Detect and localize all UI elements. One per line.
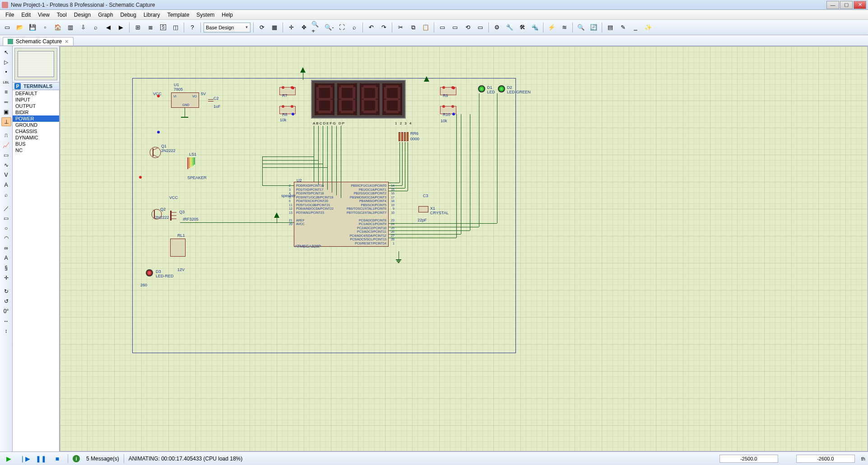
zoom-out-button[interactable]: 🔍- <box>324 22 334 33</box>
tab-close-icon[interactable]: ✕ <box>65 39 69 45</box>
highlight-button[interactable]: ✨ <box>643 22 654 33</box>
menu-debug[interactable]: Debug <box>117 11 140 19</box>
undo-button[interactable]: ↶ <box>366 22 376 33</box>
menu-view[interactable]: View <box>34 11 53 19</box>
refresh-button[interactable]: ⟳ <box>256 22 267 33</box>
terminal-default[interactable]: DEFAULT <box>13 90 59 97</box>
menu-tool[interactable]: Tool <box>53 11 70 19</box>
block-move-button[interactable]: ▭ <box>450 22 460 33</box>
open-file-button[interactable]: 📂 <box>14 22 25 33</box>
search-lib-button[interactable]: 🔧 <box>504 22 515 33</box>
q3-symbol[interactable] <box>167 209 180 222</box>
new-file-button[interactable]: ▭ <box>2 22 13 33</box>
tool-tape[interactable]: ▭ <box>1 151 11 160</box>
save-button[interactable]: 💾 <box>27 22 38 33</box>
tool-component-mode[interactable]: ▷ <box>1 58 11 67</box>
erc-button[interactable]: ⚡ <box>546 22 557 33</box>
zoom-fit-button[interactable]: ⛶ <box>336 22 347 33</box>
wire-repair-button[interactable]: ✎ <box>617 22 628 33</box>
zoom-sel-button[interactable]: ⌕ <box>349 22 360 33</box>
tool-line[interactable]: ／ <box>1 204 11 213</box>
netlist-button[interactable]: ≋ <box>559 22 570 33</box>
terminal-input[interactable]: INPUT <box>13 97 59 103</box>
paste-button[interactable]: 📋 <box>420 22 431 33</box>
sim-pause-button[interactable]: ❚❚ <box>35 454 47 464</box>
overview-thumbnail[interactable] <box>14 48 57 80</box>
sheet-sel-button[interactable]: ▥ <box>65 22 76 33</box>
grid-snap-button[interactable]: ⊞ <box>132 22 143 33</box>
terminal-chassis[interactable]: CHASSIS <box>13 128 59 134</box>
tool-angle[interactable]: 0° <box>1 307 11 316</box>
pick-button[interactable]: ⚙ <box>492 22 502 33</box>
terminal-bus[interactable]: BUS <box>13 141 59 147</box>
schematic-canvas[interactable]: U1 7805 VI GND VO 5V VCC C2 1uF Q1 2N222… <box>60 46 868 451</box>
terminal-bidir[interactable]: BIDIR <box>13 109 59 115</box>
origin-button[interactable]: ✛ <box>286 22 297 33</box>
q2-symbol[interactable] <box>150 208 163 221</box>
block-copy-button[interactable]: ▭ <box>437 22 448 33</box>
tool-mirror-x[interactable]: ↔ <box>1 317 11 326</box>
redo-button[interactable]: ↷ <box>378 22 389 33</box>
terminal-dynamic[interactable]: DYNAMIC <box>13 134 59 141</box>
tab-schematic-capture[interactable]: Schematic Capture ✕ <box>3 37 74 46</box>
d1-body[interactable] <box>478 85 485 92</box>
pan-button[interactable]: ✥ <box>298 22 309 33</box>
trace-button[interactable]: ⎯ <box>630 22 641 33</box>
tool-text[interactable]: A <box>1 253 11 262</box>
c2-body[interactable] <box>208 98 214 103</box>
menu-library[interactable]: Library <box>140 11 164 19</box>
tool-voltage-probe[interactable]: V <box>1 170 11 180</box>
bom-button[interactable]: ≣ <box>145 22 156 33</box>
tool-path[interactable]: ∞ <box>1 244 11 253</box>
menu-help[interactable]: Help <box>218 11 237 19</box>
pick-parts-icon[interactable]: P <box>14 83 21 89</box>
blank-button[interactable]: ▫ <box>40 22 51 33</box>
messages-text[interactable]: 5 Message(s) <box>86 456 119 462</box>
terminal-nc[interactable]: NC <box>13 147 59 153</box>
nav-back-button[interactable]: ◀ <box>103 22 114 33</box>
tool-marker[interactable]: ✛ <box>1 273 11 282</box>
tool-junction[interactable]: • <box>1 68 11 77</box>
u1-body[interactable]: VI GND VO <box>171 92 199 108</box>
terminal-ground[interactable]: GROUND <box>13 122 59 128</box>
tool-box[interactable]: ▭ <box>1 214 11 223</box>
copy-button[interactable]: ⧉ <box>408 22 418 33</box>
packaging-button[interactable]: 🔩 <box>529 22 540 33</box>
sim-step-button[interactable]: ❘▶ <box>19 454 31 464</box>
menu-template[interactable]: Template <box>164 11 193 19</box>
rl1-body[interactable] <box>170 239 186 257</box>
tool-bus[interactable]: ═ <box>1 97 11 106</box>
x1-body[interactable] <box>418 206 428 212</box>
u2-body[interactable]: PD0/RXD/PCINT162PD1/TXD/PCINT173PD2/INT0… <box>294 182 389 247</box>
gerber-button[interactable]: ◫ <box>170 22 181 33</box>
property-edit-button[interactable]: ▤ <box>605 22 616 33</box>
tool-terminal[interactable]: ⊥ <box>1 117 11 126</box>
sim-play-button[interactable]: ▶ <box>3 454 14 464</box>
zoom-in-button[interactable]: 🔍+ <box>311 22 322 33</box>
make-device-button[interactable]: 🛠 <box>517 22 528 33</box>
tool-virtual-instr[interactable]: ⌕ <box>1 190 11 199</box>
zoom-area-button[interactable]: ⌕ <box>90 22 101 33</box>
tool-device-pins[interactable]: ⎍ <box>1 131 11 140</box>
tool-symbol[interactable]: § <box>1 263 11 272</box>
minimize-button[interactable]: — <box>826 1 839 9</box>
ls1-body[interactable] <box>187 157 199 174</box>
d3-body[interactable] <box>146 269 153 276</box>
tool-rotate-cw[interactable]: ↻ <box>1 287 11 296</box>
canvas-viewport[interactable]: U1 7805 VI GND VO 5V VCC C2 1uF Q1 2N222… <box>60 46 868 451</box>
home-button[interactable]: 🏠 <box>52 22 63 33</box>
tool-mirror-y[interactable]: ↕ <box>1 327 11 336</box>
close-button[interactable]: ✕ <box>854 1 866 9</box>
terminal-power[interactable]: POWER <box>13 115 59 122</box>
d2-body[interactable] <box>498 85 505 92</box>
replace-button[interactable]: 🔄 <box>588 22 599 33</box>
tool-arc[interactable]: ◠ <box>1 234 11 243</box>
menu-file[interactable]: File <box>2 11 18 19</box>
tool-text-script[interactable]: ≡ <box>1 87 11 97</box>
menu-graph[interactable]: Graph <box>94 11 116 19</box>
terminal-list[interactable]: DEFAULTINPUTOUTPUTBIDIRPOWERGROUNDCHASSI… <box>13 90 59 451</box>
excel-button[interactable]: 🅂 <box>158 22 168 33</box>
cut-button[interactable]: ✂ <box>395 22 406 33</box>
tool-generator[interactable]: ∿ <box>1 161 11 170</box>
tool-rotate-ccw[interactable]: ↺ <box>1 297 11 306</box>
